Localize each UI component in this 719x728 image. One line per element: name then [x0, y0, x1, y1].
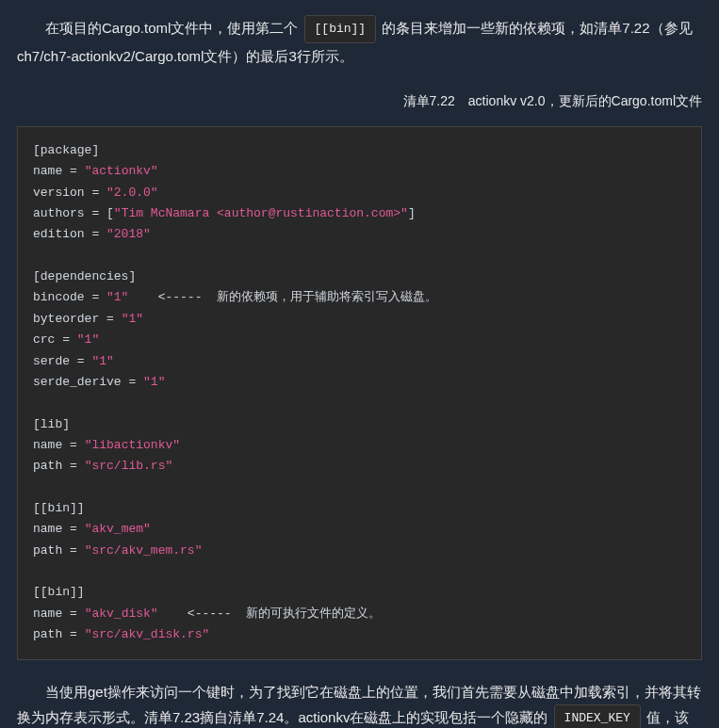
code-bin: [[bin]]: [304, 15, 377, 42]
code-line: serde_derive = "1": [33, 372, 686, 393]
code-line: [[bin]]: [33, 582, 686, 603]
code-line: name = "actionkv": [33, 161, 686, 182]
listing-caption: 清单7.22 actionkv v2.0，更新后的Cargo.toml文件: [17, 89, 702, 113]
code-listing: [package] name = "actionkv" version = "2…: [17, 126, 702, 660]
code-line: serde = "1": [33, 351, 686, 372]
code-line: bincode = "1" <----- 新的依赖项，用于辅助将索引写入磁盘。: [33, 287, 686, 308]
code-line: [lib]: [33, 414, 686, 435]
code-line: [33, 561, 686, 582]
intro-paragraph: 在项目的Cargo.toml文件中，使用第二个 [[bin]] 的条目来增加一些…: [17, 15, 702, 69]
code-line: path = "src/akv_disk.rs": [33, 624, 686, 645]
code-line: name = "akv_mem": [33, 519, 686, 540]
intro-text-1: 在项目的Cargo.toml文件中，使用第二个: [45, 20, 302, 36]
code-line: [33, 477, 686, 498]
code-line: [package]: [33, 140, 686, 161]
code-line: name = "libactionkv": [33, 435, 686, 456]
code-line: edition = "2018": [33, 224, 686, 245]
code-line: byteorder = "1": [33, 309, 686, 330]
code-indexkey: INDEX_KEY: [554, 704, 641, 728]
code-line: version = "2.0.0": [33, 183, 686, 203]
code-line: name = "akv_disk" <----- 新的可执行文件的定义。: [33, 604, 686, 624]
code-line: [33, 246, 686, 267]
code-line: path = "src/akv_mem.rs": [33, 541, 686, 561]
code-line: [dependencies]: [33, 267, 686, 287]
code-line: [33, 393, 686, 413]
code-line: [[bin]]: [33, 498, 686, 519]
outro-paragraph: 当使用get操作来访问一个键时，为了找到它在磁盘上的位置，我们首先需要从磁盘中加…: [17, 679, 702, 728]
code-line: path = "src/lib.rs": [33, 456, 686, 477]
code-line: authors = ["Tim McNamara <author@rustina…: [33, 203, 686, 224]
code-line: crc = "1": [33, 330, 686, 350]
